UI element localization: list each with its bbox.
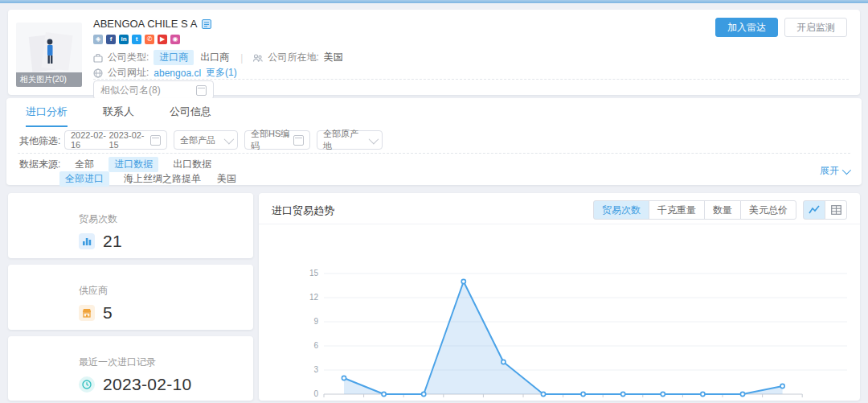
data-point-2022-07[interactable] bbox=[502, 360, 506, 364]
filter-row: 其他筛选: 2022-02-16 2023-02-15 全部产品 全部HS编码 … bbox=[6, 130, 862, 150]
line-chart-view-button[interactable] bbox=[803, 200, 825, 220]
youtube-icon[interactable]: ▶ bbox=[158, 35, 167, 44]
x-axis-label: 2022-11 bbox=[649, 399, 677, 401]
location-icon bbox=[252, 53, 263, 63]
hs-code-select[interactable]: 全部HS编码 bbox=[244, 130, 310, 150]
linkedin-icon[interactable]: in bbox=[119, 35, 129, 44]
join-radar-button[interactable]: 加入雷达 bbox=[715, 18, 778, 37]
company-name: ABENGOA CHILE S A bbox=[93, 18, 197, 30]
chart-title: 进口贸易趋势 bbox=[272, 204, 334, 218]
origin-select-value: 全部原产地 bbox=[323, 128, 366, 152]
source-usa[interactable]: 美国 bbox=[215, 171, 238, 187]
source-all-import[interactable]: 全部进口 bbox=[59, 171, 109, 187]
source-all[interactable]: 全部 bbox=[73, 157, 96, 172]
metric-kg-weight-button[interactable]: 千克重量 bbox=[649, 200, 705, 220]
data-point-2022-10[interactable] bbox=[621, 392, 625, 396]
stat-card-last-import: 最近一次进口记录 2023-02-10 bbox=[8, 336, 253, 401]
origin-select[interactable]: 全部原产地 bbox=[317, 130, 383, 150]
website-label: 公司网址: bbox=[108, 66, 149, 80]
tab-company-info[interactable]: 公司信息 bbox=[170, 98, 211, 127]
hs-code-select-value: 全部HS编码 bbox=[251, 128, 290, 152]
x-axis-label: 2022-08 bbox=[530, 399, 558, 401]
data-point-2022-05[interactable] bbox=[422, 392, 426, 396]
chevron-down-icon bbox=[842, 165, 851, 174]
x-axis-label: 2022-04 bbox=[370, 399, 398, 401]
calendar-icon bbox=[150, 135, 161, 146]
data-point-2022-04[interactable] bbox=[382, 392, 386, 396]
data-point-2023-02[interactable] bbox=[780, 384, 784, 388]
shop-icon bbox=[79, 305, 95, 321]
stat-label: 供应商 bbox=[79, 284, 113, 298]
analysis-panel: 进口分析 联系人 公司信息 其他筛选: 2022-02-16 2023-02-1… bbox=[6, 98, 862, 185]
company-type-exporter[interactable]: 出口商 bbox=[199, 50, 231, 65]
stat-card-trade-count: 贸易次数 21 bbox=[8, 193, 253, 258]
x-axis-label: 2022-03 bbox=[330, 399, 358, 401]
svg-text:12: 12 bbox=[309, 293, 319, 302]
stat-card-suppliers: 供应商 5 bbox=[8, 265, 253, 330]
website-icon[interactable]: ◈ bbox=[93, 35, 103, 44]
source-import-data[interactable]: 进口数据 bbox=[108, 157, 158, 172]
website-link[interactable]: abengoa.cl bbox=[154, 68, 201, 79]
data-point-2022-09[interactable] bbox=[581, 392, 585, 396]
metric-button-group: 贸易次数 千克重量 数量 美元总价 bbox=[593, 200, 796, 220]
svg-text:3: 3 bbox=[313, 365, 318, 374]
filter-divider bbox=[18, 153, 850, 154]
view-button-group bbox=[803, 200, 847, 220]
company-type-importer[interactable]: 进口商 bbox=[154, 50, 194, 65]
metric-trade-count-button[interactable]: 贸易次数 bbox=[593, 200, 649, 220]
tab-contacts[interactable]: 联系人 bbox=[103, 98, 134, 127]
location-value: 美国 bbox=[324, 51, 343, 64]
x-axis-label: 2023-02 bbox=[768, 399, 796, 401]
metric-quantity-button[interactable]: 数量 bbox=[704, 200, 741, 220]
date-range-picker[interactable]: 2022-02-16 2023-02-15 bbox=[64, 130, 167, 150]
instagram-icon[interactable]: ◉ bbox=[170, 35, 180, 44]
chart-header-divider bbox=[259, 224, 860, 224]
stat-label: 贸易次数 bbox=[79, 212, 122, 226]
table-view-button[interactable] bbox=[825, 200, 847, 220]
expand-link[interactable]: 展开 bbox=[820, 164, 849, 178]
related-images-label[interactable]: 相关图片(20) bbox=[16, 72, 82, 87]
clock-icon bbox=[79, 376, 95, 393]
facebook-icon[interactable]: f bbox=[106, 35, 116, 44]
data-source-label: 数据来源: bbox=[19, 158, 60, 171]
svg-text:15: 15 bbox=[309, 269, 319, 278]
stat-label: 最近一次进口记录 bbox=[79, 356, 191, 369]
social-icons-row: ◈fint✆▶◉ bbox=[93, 35, 180, 44]
more-link[interactable]: 更多(1) bbox=[206, 66, 237, 80]
tab-bar: 进口分析 联系人 公司信息 bbox=[6, 98, 862, 127]
company-type-icon bbox=[93, 53, 103, 63]
x-axis-label: 2022-12 bbox=[689, 399, 717, 401]
data-point-2022-03[interactable] bbox=[342, 376, 346, 380]
chevron-down-icon bbox=[224, 134, 235, 144]
top-accent-strip bbox=[0, 0, 868, 3]
svg-text:6: 6 bbox=[313, 341, 318, 350]
svg-text:9: 9 bbox=[313, 317, 318, 326]
data-point-2022-12[interactable] bbox=[701, 392, 705, 396]
stat-value: 2023-02-10 bbox=[103, 375, 191, 394]
company-detail-icon[interactable] bbox=[202, 19, 211, 29]
data-point-2023-01[interactable] bbox=[740, 392, 744, 396]
product-select-value: 全部产品 bbox=[180, 134, 215, 146]
source-export-data[interactable]: 出口数据 bbox=[171, 157, 213, 172]
separator: | bbox=[240, 52, 243, 64]
start-monitor-button[interactable]: 开启监测 bbox=[784, 18, 847, 37]
x-axis-label: 2022-10 bbox=[609, 399, 637, 401]
data-point-2022-08[interactable] bbox=[541, 392, 545, 396]
stat-value: 21 bbox=[103, 232, 122, 251]
metric-usd-total-button[interactable]: 美元总价 bbox=[740, 200, 796, 220]
phone-icon[interactable]: ✆ bbox=[145, 35, 154, 44]
company-header-card: 相关图片(20) ABENGOA CHILE S A ◈fint✆▶◉ 公司类型… bbox=[8, 10, 860, 95]
company-photo[interactable]: 相关图片(20) bbox=[16, 23, 82, 87]
data-point-2022-06[interactable] bbox=[461, 279, 465, 283]
data-point-2022-11[interactable] bbox=[661, 392, 665, 396]
x-axis-label: 2022-07 bbox=[489, 399, 518, 401]
tab-import-analysis[interactable]: 进口分析 bbox=[26, 98, 68, 127]
x-axis-label: 2023-01 bbox=[729, 399, 757, 401]
x-axis-label: 2022-06 bbox=[449, 399, 477, 401]
similar-companies-select[interactable]: 相似公司名(8) bbox=[93, 80, 214, 100]
source-maritime-silk-road[interactable]: 海上丝绸之路提单 bbox=[122, 171, 203, 187]
product-select[interactable]: 全部产品 bbox=[174, 130, 238, 150]
twitter-icon[interactable]: t bbox=[132, 35, 141, 44]
website-icon bbox=[93, 68, 103, 78]
import-trend-line-chart[interactable]: 036912152022-032022-042022-052022-062022… bbox=[259, 225, 860, 401]
